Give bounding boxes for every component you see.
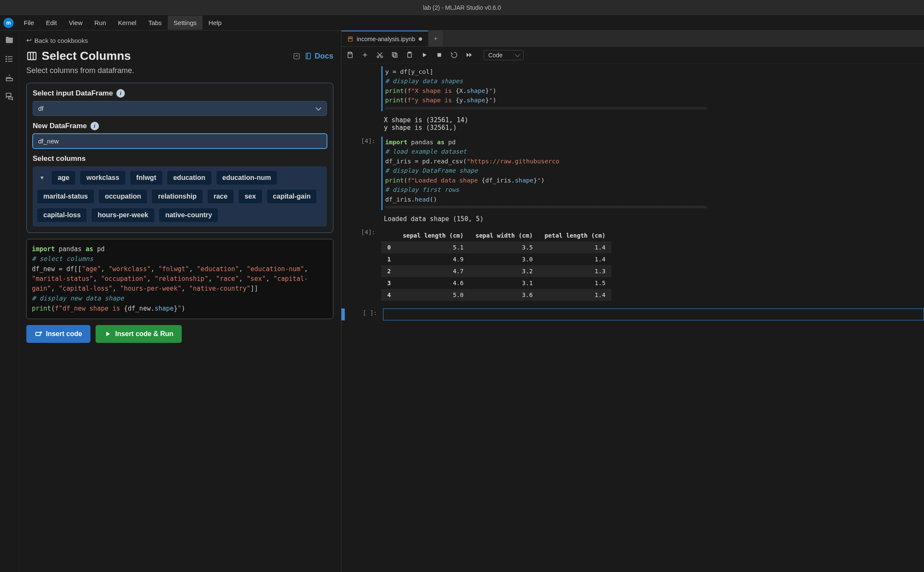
cell-prompt: [ ]:: [347, 308, 380, 320]
chat-icon[interactable]: [5, 92, 14, 101]
column-chip[interactable]: relationship: [152, 189, 203, 204]
folder-icon[interactable]: [5, 36, 14, 45]
menu-view[interactable]: View: [63, 16, 88, 30]
code-cell[interactable]: y = df[y_col] # display data shapes prin…: [381, 66, 924, 111]
unsaved-dot-icon: [419, 37, 422, 41]
menu-help[interactable]: Help: [203, 16, 228, 30]
svg-point-4: [6, 59, 6, 59]
page-title: Select Columns: [26, 49, 131, 63]
chips-collapse-toggle[interactable]: ▼: [37, 173, 47, 182]
columns-chip-container: ▼ ageworkclassfnlwgteducationeducation-n…: [33, 166, 327, 227]
app-logo-icon: m: [3, 18, 14, 28]
page-subtitle: Select columns from dataframe.: [26, 66, 333, 75]
cell-prompt: [341, 66, 379, 111]
run-icon[interactable]: [421, 51, 428, 59]
column-chip[interactable]: occupation: [99, 189, 147, 204]
notebook-tabstrip: income-analysis.ipynb ＋: [341, 31, 924, 47]
column-chip[interactable]: fnlwgt: [130, 171, 163, 185]
form-box: Select input DataFrame i df New DataFram…: [26, 83, 333, 233]
column-chip[interactable]: education-num: [216, 171, 278, 185]
svg-rect-15: [349, 52, 352, 54]
cell-type-select[interactable]: Code: [484, 50, 524, 60]
code-cell[interactable]: import pandas as pd # load example datas…: [381, 137, 924, 210]
info-icon[interactable]: i: [90, 122, 99, 130]
svg-rect-23: [392, 53, 396, 56]
back-arrow-icon: ↩: [26, 36, 32, 44]
svg-point-5: [6, 61, 6, 62]
cell-output: X shape is (32561, 14) y shape is (32561…: [381, 115, 924, 133]
column-chip[interactable]: hours-per-week: [91, 208, 155, 222]
svg-rect-9: [294, 53, 299, 59]
table-header: sepal length (cm): [397, 230, 469, 241]
menu-edit[interactable]: Edit: [40, 16, 63, 30]
stop-icon[interactable]: [436, 51, 443, 59]
insert-code-button[interactable]: Insert code: [26, 325, 90, 343]
table-header: [381, 230, 397, 241]
column-chip[interactable]: education: [167, 171, 212, 185]
add-tab-button[interactable]: ＋: [428, 31, 443, 46]
activity-rail: [0, 31, 19, 572]
scrollbar[interactable]: [385, 206, 707, 208]
column-chip[interactable]: race: [207, 189, 234, 204]
column-chip[interactable]: workclass: [80, 171, 125, 185]
window-title: lab (2) - MLJAR Studio v0.6.0: [423, 4, 501, 11]
back-to-cookbooks-link[interactable]: ↩ Back to cookbooks: [26, 36, 333, 44]
add-cell-icon[interactable]: [361, 51, 369, 59]
svg-rect-12: [36, 332, 40, 336]
input-dataframe-select[interactable]: df: [33, 101, 327, 116]
cell-prompt: [4]:: [341, 228, 379, 301]
list-icon[interactable]: [5, 54, 14, 64]
menubar: m FileEditViewRunKernelTabsSettingsHelp: [0, 15, 924, 31]
code-cell-active[interactable]: [383, 308, 924, 320]
table-row: 05.13.51.4: [381, 241, 611, 253]
select-columns-label: Select columns: [33, 154, 327, 163]
menu-file[interactable]: File: [18, 16, 40, 30]
paste-icon[interactable]: [406, 51, 413, 59]
book-icon: [304, 52, 312, 60]
notebook-tab[interactable]: income-analysis.ipynb: [341, 31, 428, 46]
svg-point-3: [6, 56, 6, 57]
table-row: 24.73.21.3: [381, 265, 611, 277]
notebook-body[interactable]: y = df[y_col] # display data shapes prin…: [341, 64, 924, 572]
copy-icon[interactable]: [391, 51, 398, 59]
columns-icon: [26, 50, 37, 62]
svg-rect-10: [306, 53, 311, 59]
table-row: 14.93.01.4: [381, 253, 611, 265]
new-dataframe-input[interactable]: df_new: [33, 134, 327, 149]
insert-icon: [35, 330, 42, 338]
column-chip[interactable]: capital-gain: [267, 189, 317, 204]
svg-rect-14: [349, 38, 352, 39]
new-dataframe-label: New DataFrame i: [33, 122, 327, 130]
svg-rect-26: [437, 53, 441, 57]
insert-and-run-button[interactable]: Insert code & Run: [96, 325, 182, 343]
cut-icon[interactable]: [376, 51, 383, 59]
notebook-toolbar: Code: [341, 47, 924, 64]
play-icon: [104, 330, 112, 338]
column-chip[interactable]: native-country: [159, 208, 218, 222]
notebook-icon: [347, 36, 353, 42]
save-icon[interactable]: [346, 51, 354, 59]
cake-icon[interactable]: [5, 73, 14, 82]
table-header: sepal width (cm): [470, 230, 539, 241]
restart-icon[interactable]: [451, 51, 458, 59]
menu-tabs[interactable]: Tabs: [142, 16, 168, 30]
menu-run[interactable]: Run: [88, 16, 112, 30]
column-chip[interactable]: sex: [238, 189, 262, 204]
docs-link[interactable]: Docs: [304, 52, 333, 61]
cell-prompt: [4]:: [341, 137, 379, 210]
menu-kernel[interactable]: Kernel: [112, 16, 142, 30]
info-icon[interactable]: i: [116, 89, 125, 98]
input-dataframe-label: Select input DataFrame i: [33, 89, 327, 98]
column-chip[interactable]: age: [51, 171, 76, 185]
cell-output: Loaded data shape (150, 5): [381, 213, 924, 224]
notebook-panel: income-analysis.ipynb ＋ Code: [341, 31, 924, 572]
svg-rect-6: [28, 52, 36, 59]
scrollbar[interactable]: [385, 107, 707, 109]
column-chip[interactable]: capital-loss: [37, 208, 87, 222]
run-all-icon[interactable]: [465, 51, 473, 59]
menu-settings[interactable]: Settings: [168, 16, 203, 30]
column-chip[interactable]: marital-status: [37, 189, 94, 204]
generated-code-preview: import pandas as pd # select columns df_…: [26, 239, 333, 319]
dataframe-table: sepal length (cm)sepal width (cm)petal l…: [381, 230, 611, 301]
collapse-icon[interactable]: [293, 53, 300, 60]
